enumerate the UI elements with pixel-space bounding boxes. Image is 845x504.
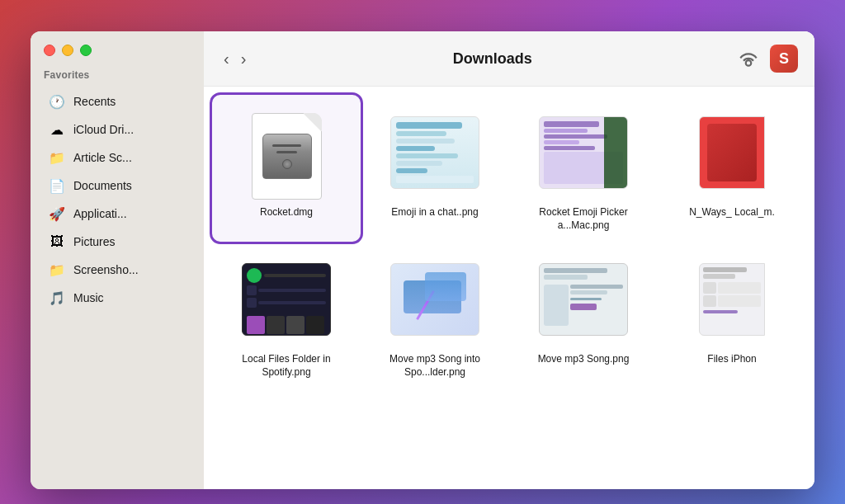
- file-item-n-ways[interactable]: N_Ways_ Local_m.: [658, 95, 806, 242]
- sidebar-item-music[interactable]: 🎵 Music: [35, 284, 199, 312]
- toolbar: ‹ › Downloads S: [204, 31, 814, 87]
- n-ways-thumbnail: [685, 105, 780, 200]
- file-item-files-iphone[interactable]: Files iPhon: [658, 242, 806, 389]
- article-sc-icon: 📁: [49, 149, 65, 166]
- close-button[interactable]: [44, 45, 55, 56]
- article-sc-label: Article Sc...: [73, 151, 132, 164]
- favorites-section-label: Favorites: [31, 69, 204, 87]
- files-iphone-label: Files iPhon: [707, 353, 756, 366]
- sidebar: Favorites 🕐 Recents ☁ iCloud Dri... 📁 Ar…: [31, 31, 204, 489]
- minimize-button[interactable]: [62, 45, 73, 56]
- spotify-preview: [242, 263, 331, 336]
- music-icon: 🎵: [49, 290, 65, 306]
- move-mp3-song2-preview: [539, 263, 628, 336]
- app-s-label: S: [779, 50, 789, 68]
- icloud-label: iCloud Dri...: [73, 123, 134, 136]
- screenshots-icon: 📁: [49, 261, 65, 278]
- file-item-emoji-chat[interactable]: Emoji in a chat..png: [361, 95, 509, 242]
- applications-label: Applicati...: [73, 207, 127, 220]
- forward-button[interactable]: ›: [238, 49, 250, 68]
- dmg-disk-slot2: [276, 151, 297, 153]
- sidebar-item-documents[interactable]: 📄 Documents: [35, 172, 199, 200]
- file-item-move-mp3-song[interactable]: Move mp3 Song into Spo...lder.png: [361, 242, 509, 389]
- file-item-rocket-emoji[interactable]: Rocket Emoji Picker a...Mac.png: [509, 95, 658, 242]
- local-files-spotify-thumbnail: [239, 252, 334, 346]
- move-mp3-song-thumbnail: [388, 252, 483, 346]
- files-iphone-preview: [699, 263, 765, 336]
- documents-label: Documents: [73, 179, 132, 192]
- file-item-move-mp3-song2[interactable]: Move mp3 Song.png: [509, 242, 658, 389]
- maximize-button[interactable]: [80, 45, 92, 56]
- local-files-spotify-label: Local Files Folder in Spotify.png: [233, 353, 340, 379]
- file-item-rocket-dmg[interactable]: Rocket.dmg: [212, 95, 361, 242]
- file-item-local-files-spotify[interactable]: Local Files Folder in Spotify.png: [212, 242, 361, 389]
- dmg-disk-circle: [282, 159, 292, 169]
- recents-label: Recents: [73, 95, 116, 108]
- recents-icon: 🕐: [49, 93, 65, 110]
- documents-icon: 📄: [49, 177, 65, 194]
- pictures-icon: 🖼: [49, 233, 65, 250]
- rocket-dmg-thumbnail: [239, 105, 334, 200]
- finder-window: Favorites 🕐 Recents ☁ iCloud Dri... 📁 Ar…: [31, 31, 814, 489]
- airdrop-icon: [738, 48, 759, 69]
- toolbar-actions: S: [735, 45, 798, 73]
- screenshots-label: Screensho...: [73, 263, 139, 276]
- main-content: ‹ › Downloads S: [204, 31, 814, 489]
- back-button[interactable]: ‹: [220, 49, 233, 68]
- file-grid: Rocket.dmg Emoji in a chat: [204, 87, 814, 489]
- sidebar-item-recents[interactable]: 🕐 Recents: [35, 87, 199, 115]
- sidebar-item-icloud[interactable]: ☁ iCloud Dri...: [35, 115, 199, 144]
- n-ways-preview: [699, 116, 765, 189]
- sidebar-item-screenshots[interactable]: 📁 Screensho...: [35, 256, 199, 284]
- move-mp3-song2-label: Move mp3 Song.png: [538, 353, 630, 366]
- rocket-emoji-label: Rocket Emoji Picker a...Mac.png: [530, 206, 637, 232]
- dmg-page: [252, 113, 322, 200]
- emoji-chat-label: Emoji in a chat..png: [391, 206, 478, 219]
- emoji-chat-preview: [390, 116, 479, 189]
- icloud-icon: ☁: [49, 121, 65, 138]
- pictures-label: Pictures: [73, 235, 116, 248]
- sidebar-item-pictures[interactable]: 🖼 Pictures: [35, 228, 199, 256]
- applications-icon: 🚀: [49, 205, 65, 222]
- dmg-disk: [262, 134, 312, 179]
- n-ways-label: N_Ways_ Local_m.: [689, 206, 775, 219]
- move-mp3-song2-thumbnail: [536, 252, 631, 346]
- move-mp3-preview: [390, 263, 479, 336]
- sidebar-item-applications[interactable]: 🚀 Applicati...: [35, 200, 199, 228]
- rocket-dmg-label: Rocket.dmg: [260, 206, 313, 219]
- dmg-icon: [245, 105, 328, 200]
- music-label: Music: [73, 291, 104, 304]
- sidebar-item-article-sc[interactable]: 📁 Article Sc...: [35, 144, 199, 172]
- app-s-button[interactable]: S: [770, 45, 798, 73]
- dmg-disk-slot: [272, 144, 301, 147]
- files-iphone-thumbnail: [685, 252, 780, 346]
- traffic-lights: [31, 45, 204, 69]
- rocket-emoji-preview: [539, 116, 628, 189]
- rocket-emoji-thumbnail: [536, 105, 631, 200]
- emoji-chat-thumbnail: [388, 105, 483, 200]
- airdrop-button[interactable]: [735, 45, 762, 72]
- window-title: Downloads: [259, 50, 725, 68]
- svg-point-0: [746, 60, 752, 66]
- move-mp3-song-label: Move mp3 Song into Spo...lder.png: [381, 353, 489, 379]
- nav-buttons: ‹ ›: [220, 49, 249, 68]
